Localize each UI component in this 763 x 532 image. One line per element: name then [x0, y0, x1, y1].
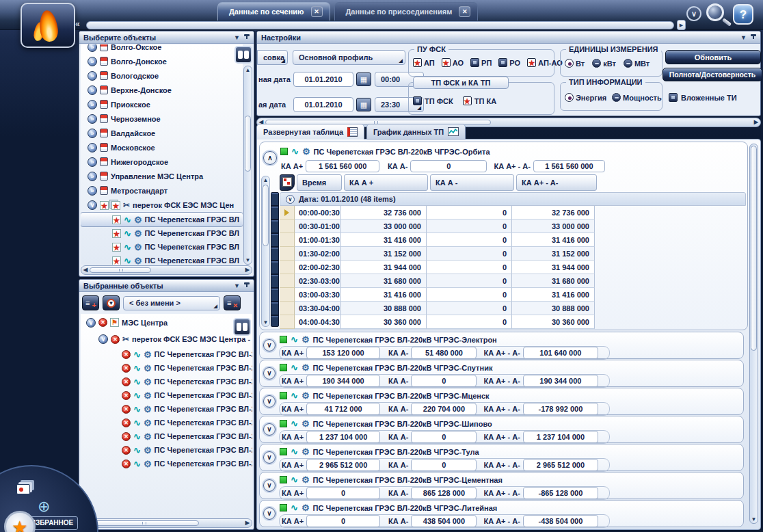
scrollbar-thumb[interactable]	[751, 146, 757, 351]
grid-vertical-scrollbar[interactable]: ▲ ▼	[261, 176, 270, 327]
radio[interactable]	[624, 59, 632, 68]
expand-section-button[interactable]: ∨	[263, 423, 276, 436]
collapse-panel-icon[interactable]: ▼	[234, 282, 240, 289]
a-minus-cell[interactable]: 0	[427, 206, 512, 220]
tree-item-flow[interactable]: ∨ ★ ★ ✂ переток ФСК ЕЭС МЭС Цен	[81, 198, 243, 213]
diff-cell[interactable]: 32 736 000	[512, 206, 595, 220]
tree-horizontal-scrollbar[interactable]: ◀ ▶	[81, 265, 252, 275]
time-cell[interactable]: 00:30-01:00	[295, 220, 341, 233]
expand-icon[interactable]: »	[88, 100, 97, 109]
tab-close-icon[interactable]: ✕	[311, 6, 323, 17]
window-tab[interactable]: Данные по сечению ✕	[217, 2, 330, 21]
checkbox[interactable]	[413, 58, 422, 67]
pin-icon[interactable]	[751, 34, 756, 41]
expand-section-button[interactable]: ∨	[263, 395, 276, 408]
expand-icon[interactable]: »	[88, 114, 97, 124]
checkbox[interactable]	[413, 96, 422, 105]
a-minus-cell[interactable]: 0	[427, 288, 512, 302]
a-plus-cell[interactable]: 31 152 000	[341, 247, 427, 261]
scroll-right-icon[interactable]: ▶	[245, 519, 250, 527]
scroll-down-icon[interactable]: ▼	[750, 516, 758, 522]
expand-section-button[interactable]: ∨	[263, 451, 276, 464]
time-cell[interactable]: 02:00-02:30	[295, 261, 341, 274]
tree-item-substation[interactable]: ✕ ∿ ⚙ ПС Черепетская ГРЭС ВЛ-2	[81, 429, 252, 443]
expand-section-button[interactable]: ∨	[263, 339, 276, 351]
expand-icon[interactable]: »	[88, 186, 97, 196]
table-row[interactable]: 03:30-04:00 30 888 000 0 30 888 000	[280, 302, 746, 315]
radio[interactable]	[592, 59, 601, 68]
diff-cell[interactable]: 31 416 000	[512, 233, 595, 247]
scroll-right-icon[interactable]: ▶	[245, 266, 250, 274]
tp-fsk-ka-button[interactable]: ТП ФСК и КА ТП	[413, 77, 509, 89]
search-icon[interactable]	[706, 3, 724, 21]
time-cell[interactable]: 02:30-03:00	[295, 274, 341, 288]
top-scrollbar[interactable]	[86, 21, 674, 29]
table-row[interactable]: 00:30-01:00 33 000 000 0 33 000 000	[280, 220, 746, 233]
column-header-diff[interactable]: КА А+ - А-	[516, 174, 597, 191]
tree-item-region[interactable]: » Вологодское	[81, 68, 243, 83]
a-minus-cell[interactable]: 0	[427, 274, 512, 288]
pin-icon[interactable]	[244, 34, 250, 41]
checkbox[interactable]	[442, 58, 451, 67]
checkbox[interactable]	[498, 58, 507, 67]
add-list-button[interactable]: ≡+	[82, 295, 99, 310]
profile-combo[interactable]: Основной профиль ◢	[293, 50, 405, 65]
globe-icon[interactable]: ⊕	[38, 499, 53, 514]
remove-icon[interactable]: ✕	[122, 350, 131, 359]
tree-item-region[interactable]: » Метростандарт	[81, 183, 243, 198]
expand-icon[interactable]: »	[88, 129, 97, 138]
tree-item-root[interactable]: ∨ ✕ ⚑ МЭС Центра	[81, 314, 252, 331]
tree-item-substation[interactable]: ✕ ∿ ⚙ ПС Черепетская ГРЭС ВЛ-2	[81, 443, 252, 457]
tree-item-region[interactable]: » Валдайское	[81, 126, 243, 140]
clear-list-button[interactable]: ≡✕	[224, 295, 241, 310]
content-vertical-scrollbar[interactable]: ▼	[749, 144, 758, 524]
scroll-left-icon[interactable]: «	[75, 19, 80, 29]
a-plus-cell[interactable]: 31 416 000	[341, 288, 427, 302]
a-plus-cell[interactable]: 31 680 000	[341, 274, 427, 288]
a-plus-cell[interactable]: 32 736 000	[341, 206, 427, 220]
tree-item-substation[interactable]: ✕ ∿ ⚙ ПС Черепетская ГРЭС ВЛ-2	[81, 361, 252, 375]
collapse-icon[interactable]: ∨	[98, 334, 108, 344]
scrollbar-thumb[interactable]	[263, 185, 269, 246]
tab-tp-chart[interactable]: График данных ТП	[366, 124, 466, 139]
column-header-a-plus[interactable]: КА А +	[344, 174, 428, 191]
a-minus-cell[interactable]: 0	[427, 247, 512, 261]
tree-item-region[interactable]: » Приокское	[81, 97, 243, 111]
collapse-panel-icon[interactable]: ▼	[234, 34, 240, 41]
tree-vertical-scrollbar[interactable]: ▲ ▼	[243, 66, 252, 265]
tree-item-substation[interactable]: ★ ∿ ⚙ ПС Черепетская ГРЭС ВЛ	[81, 254, 243, 265]
checked-star-icon[interactable]: ★	[100, 201, 109, 210]
grouping-combo[interactable]: совка ◢	[257, 50, 288, 65]
tree-item-region[interactable]: » Управление МЭС Центра	[81, 169, 243, 183]
column-header-a-minus[interactable]: КА А -	[430, 174, 514, 191]
checked-star-icon[interactable]: ★	[112, 215, 121, 224]
end-date-field[interactable]: 01.01.2010	[293, 97, 353, 112]
tree-item-substation[interactable]: ✕ ∿ ⚙ ПС Черепетская ГРЭС ВЛ-2	[81, 402, 252, 416]
help-button[interactable]: ?	[733, 4, 753, 25]
checkbox[interactable]	[470, 58, 479, 67]
time-cell[interactable]: 01:30-02:00	[295, 247, 341, 261]
collapse-icon[interactable]: ∨	[86, 318, 96, 328]
calendar-icon[interactable]: ▦	[356, 72, 371, 86]
diff-cell[interactable]: 30 888 000	[512, 302, 595, 315]
a-plus-cell[interactable]: 31 416 000	[341, 233, 427, 247]
table-row[interactable]: 01:00-01:30 31 416 000 0 31 416 000	[280, 233, 746, 247]
tree-item-substation[interactable]: ★ ∿ ⚙ ПС Черепетская ГРЭС ВЛ	[81, 213, 243, 226]
scrollbar-thumb[interactable]	[245, 116, 251, 172]
find-button[interactable]	[235, 46, 252, 64]
checkbox[interactable]	[527, 58, 536, 67]
time-cell[interactable]: 03:30-04:00	[295, 302, 341, 315]
find-button[interactable]	[233, 318, 251, 336]
scroll-down-icon[interactable]: ▼	[244, 257, 252, 263]
diff-cell[interactable]: 30 360 000	[512, 315, 595, 329]
table-row[interactable]: 01:30-02:00 31 152 000 0 31 152 000	[280, 247, 746, 261]
tree-item-region[interactable]: » Верхне-Донское	[81, 83, 243, 97]
time-cell[interactable]: 03:00-03:30	[295, 288, 341, 302]
radio[interactable]	[565, 93, 574, 102]
tree-item-substation[interactable]: ✕ ∿ ⚙ ПС Черепетская ГРЭС ВЛ-2	[81, 457, 252, 470]
expand-section-button[interactable]: ∨	[263, 479, 276, 492]
reports-icon[interactable]	[16, 484, 30, 494]
tree-item-region[interactable]: » Волго-Донское	[81, 54, 243, 68]
expand-section-button[interactable]: ∨	[263, 507, 276, 520]
diff-cell[interactable]: 31 152 000	[512, 247, 595, 261]
